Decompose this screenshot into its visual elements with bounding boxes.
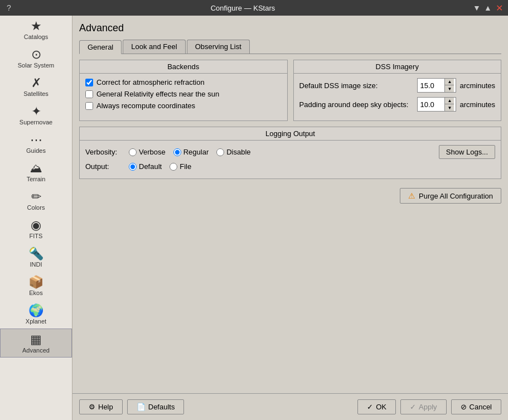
dss-image-size-up[interactable]: ▲ <box>445 79 454 85</box>
output-row: Output: Default File <box>85 162 495 171</box>
sidebar-item-guides[interactable]: ⋯ Guides <box>0 129 72 158</box>
output-file-radio[interactable] <box>170 163 177 171</box>
sidebar-item-xplanet-label: Xplanet <box>26 318 46 325</box>
fits-icon: ◉ <box>31 219 41 231</box>
dss-panel-title: DSS Imagery <box>294 60 501 74</box>
colors-icon: ✏ <box>31 191 41 203</box>
purge-button[interactable]: ⚠ Purge All Configuration <box>400 188 501 204</box>
apply-button[interactable]: ✓ Apply <box>400 399 447 414</box>
maximize-icon[interactable]: ▲ <box>483 3 492 12</box>
window-title: Configure — KStars <box>13 4 472 12</box>
verbosity-radio-group: Verbose Regular Disable <box>129 148 251 156</box>
verbosity-regular[interactable]: Regular <box>173 148 209 156</box>
verbosity-verbose-label: Verbose <box>139 148 166 156</box>
sidebar-item-supernovae-label: Supernovae <box>20 119 52 125</box>
output-file-label: File <box>180 162 191 171</box>
verbosity-regular-radio[interactable] <box>173 148 181 156</box>
apply-check-icon: ✓ <box>410 403 416 411</box>
xplanet-icon: 🌍 <box>28 305 43 317</box>
sidebar-item-indi[interactable]: 🔦 INDI <box>0 243 72 272</box>
sidebar-item-colors[interactable]: ✏ Colors <box>0 186 72 215</box>
checkbox-gr: General Relativity effects near the sun <box>85 90 282 98</box>
terrain-icon: ⛰ <box>30 162 42 175</box>
dss-padding-spinbox[interactable]: ▲ ▼ <box>417 97 456 112</box>
output-default[interactable]: Default <box>129 162 162 171</box>
help-icon[interactable]: ? <box>4 3 13 12</box>
verbosity-disable-radio[interactable] <box>216 148 224 156</box>
sidebar: ★ Catalogs ⊙ Solar System ✗ Satellites ✦… <box>0 16 72 420</box>
sidebar-item-solar-system-label: Solar System <box>18 62 54 69</box>
verbosity-verbose-radio[interactable] <box>129 148 137 156</box>
sidebar-item-fits[interactable]: ◉ FITS <box>0 215 72 243</box>
cancel-icon: ⊘ <box>461 403 467 411</box>
sidebar-item-terrain[interactable]: ⛰ Terrain <box>0 158 72 186</box>
minimize-icon[interactable]: ▼ <box>472 3 481 12</box>
dss-padding-input[interactable] <box>418 98 444 111</box>
checkbox-recompute: Always recompute coordinates <box>85 102 282 110</box>
verbosity-disable-label: Disable <box>226 148 250 156</box>
help-button[interactable]: ⚙ Help <box>79 399 123 414</box>
dss-image-size-unit: arcminutes <box>459 81 495 90</box>
atmospheric-refraction-checkbox[interactable] <box>85 79 93 86</box>
tab-bar: General Look and Feel Observing List <box>79 40 501 54</box>
gr-effects-checkbox[interactable] <box>85 90 93 98</box>
guides-icon: ⋯ <box>30 134 42 146</box>
warning-icon: ⚠ <box>408 191 415 200</box>
sidebar-item-supernovae[interactable]: ✦ Supernovae <box>0 101 72 129</box>
sidebar-item-fits-label: FITS <box>30 233 43 239</box>
tab-look-and-feel[interactable]: Look and Feel <box>123 40 185 54</box>
supernovae-icon: ✦ <box>31 105 41 118</box>
sidebar-item-solar-system[interactable]: ⊙ Solar System <box>0 44 72 73</box>
recompute-coords-label: Always recompute coordinates <box>96 102 195 110</box>
tab-general[interactable]: General <box>79 40 122 54</box>
apply-button-label: Apply <box>419 403 437 411</box>
advanced-icon: ▦ <box>30 334 42 346</box>
sidebar-item-ekos-label: Ekos <box>29 289 42 296</box>
output-default-label: Default <box>139 162 162 171</box>
sidebar-item-indi-label: INDI <box>30 261 42 268</box>
dss-image-size-down[interactable]: ▼ <box>445 85 454 92</box>
titlebar: ? Configure — KStars ▼ ▲ ✕ <box>0 0 508 16</box>
output-label: Output: <box>85 162 124 171</box>
sidebar-item-terrain-label: Terrain <box>27 176 46 182</box>
output-default-radio[interactable] <box>129 163 137 171</box>
dss-padding-down[interactable]: ▼ <box>445 104 454 111</box>
ok-button-label: OK <box>376 403 386 411</box>
cancel-button-label: Cancel <box>470 403 492 411</box>
help-button-label: Help <box>98 403 113 411</box>
logging-panel-title: Logging Output <box>80 127 501 141</box>
bottom-buttons: ⚙ Help 📄 Defaults ✓ OK ✓ Apply ⊘ Cancel <box>72 393 508 420</box>
cancel-button[interactable]: ⊘ Cancel <box>451 399 501 414</box>
verbosity-verbose[interactable]: Verbose <box>129 148 166 156</box>
sidebar-item-satellites-label: Satellites <box>23 90 49 97</box>
recompute-coords-checkbox[interactable] <box>85 102 93 110</box>
purge-row: ⚠ Purge All Configuration <box>79 185 501 207</box>
sidebar-item-catalogs-label: Catalogs <box>24 33 48 40</box>
sidebar-item-catalogs[interactable]: ★ Catalogs <box>0 16 72 44</box>
page-title: Advanced <box>79 22 501 34</box>
ok-check-icon: ✓ <box>367 403 373 411</box>
logging-panel: Logging Output Verbosity: Verbose R <box>79 127 501 179</box>
dss-padding-label: Padding around deep sky objects: <box>299 100 414 109</box>
atmospheric-refraction-label: Correct for atmospheric refraction <box>96 78 205 86</box>
sidebar-item-guides-label: Guides <box>26 147 46 154</box>
dss-image-size-label: Default DSS image size: <box>299 81 414 90</box>
dss-image-size-spinbox[interactable]: ▲ ▼ <box>417 78 456 93</box>
dss-panel: DSS Imagery Default DSS image size: ▲ ▼ <box>293 60 502 121</box>
sidebar-item-advanced[interactable]: ▦ Advanced <box>0 329 72 358</box>
defaults-button[interactable]: 📄 Defaults <box>127 399 185 414</box>
sidebar-item-xplanet[interactable]: 🌍 Xplanet <box>0 300 72 329</box>
dss-image-size-input[interactable] <box>418 79 444 92</box>
ok-button[interactable]: ✓ OK <box>357 399 396 414</box>
close-icon[interactable]: ✕ <box>495 3 504 12</box>
content-area: Advanced General Look and Feel Observing… <box>72 16 508 393</box>
dss-padding-up[interactable]: ▲ <box>445 98 454 104</box>
output-file[interactable]: File <box>170 162 191 171</box>
sidebar-item-satellites[interactable]: ✗ Satellites <box>0 73 72 101</box>
help-icon: ⚙ <box>89 403 95 411</box>
verbosity-disable[interactable]: Disable <box>216 148 250 156</box>
show-logs-button[interactable]: Show Logs... <box>439 145 495 159</box>
tab-observing-list[interactable]: Observing List <box>187 40 250 54</box>
sidebar-item-ekos[interactable]: 📦 Ekos <box>0 272 72 300</box>
defaults-icon: 📄 <box>137 403 146 411</box>
